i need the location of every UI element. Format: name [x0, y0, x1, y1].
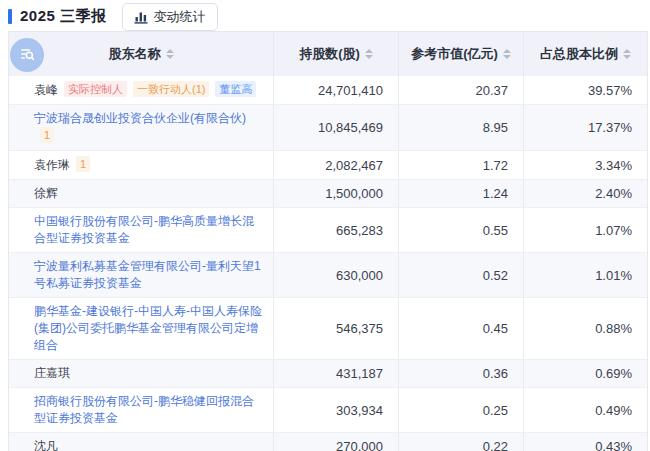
table-row: 招商银行股份有限公司-鹏华稳健回报混合型证券投资基金 303,934 0.25 …: [9, 387, 647, 432]
shareholder-name: 庄嘉琪: [34, 366, 70, 380]
shareholder-name-wrap: 庄嘉琪: [34, 365, 70, 382]
column-header-shares[interactable]: 持股数(股): [274, 32, 399, 76]
shareholder-name-cell: 袁作琳1: [9, 151, 274, 179]
sort-carets-icon: [623, 49, 631, 59]
shareholder-tags: 1: [70, 158, 90, 172]
shareholder-name-cell: 袁峰实际控制人一致行动人(1)董监高: [9, 76, 274, 104]
ratio-cell: 1.01%: [524, 253, 647, 297]
ratio-cell: 17.37%: [524, 105, 647, 150]
ratio-cell: 3.34%: [524, 151, 647, 179]
shares-cell: 270,000: [274, 433, 399, 451]
shareholder-name-cell: 宁波量利私募基金管理有限公司-量利天望1号私募证券投资基金: [9, 253, 274, 297]
shareholders-table: 股东名称 持股数(股) 参考市值(亿元) 占总股本比例 袁峰实际控制人一致行动人…: [8, 31, 648, 451]
ratio-cell: 0.43%: [524, 433, 647, 451]
shareholder-tag: 1: [76, 156, 90, 172]
shareholder-name-cell: 沈凡: [9, 433, 274, 451]
table-row: 沈凡 270,000 0.22 0.43%: [9, 432, 647, 451]
shares-cell: 431,187: [274, 360, 399, 387]
table-row: 徐辉 1,500,000 1.24 2.40%: [9, 179, 647, 207]
shareholder-name-wrap: 袁作琳1: [34, 156, 90, 174]
table-row: 庄嘉琪 431,187 0.36 0.69%: [9, 359, 647, 387]
shares-cell: 546,375: [274, 298, 399, 359]
shareholder-name-wrap: 沈凡: [34, 438, 58, 451]
shareholder-name: 袁作琳: [34, 158, 70, 172]
shareholder-name: 袁峰: [34, 83, 58, 97]
shareholder-name[interactable]: 宁波瑞合晟创业投资合伙企业(有限合伙): [34, 111, 246, 125]
sort-carets-icon: [166, 49, 174, 59]
table-row: 袁作琳1 2,082,467 1.72 3.34%: [9, 150, 647, 179]
title-accent-bar: [8, 9, 12, 24]
bar-chart-icon: [134, 10, 148, 24]
shareholder-name-wrap: 袁峰实际控制人一致行动人(1)董监高: [34, 81, 256, 99]
market-value-cell: 0.22: [399, 433, 524, 451]
shareholder-tag: 实际控制人: [64, 81, 127, 97]
shareholder-name-wrap: 鹏华基金-建设银行-中国人寿-中国人寿保险(集团)公司委托鹏华基金管理有限公司定…: [34, 303, 265, 354]
page-title: 2025 三季报: [20, 7, 107, 26]
table-row: 中国银行股份有限公司-鹏华高质量增长混合型证券投资基金 665,283 0.55…: [9, 207, 647, 252]
shareholder-name[interactable]: 鹏华基金-建设银行-中国人寿-中国人寿保险(集团)公司委托鹏华基金管理有限公司定…: [34, 304, 262, 352]
market-value-cell: 0.36: [399, 360, 524, 387]
market-value-cell: 0.55: [399, 208, 524, 252]
list-search-icon: [19, 46, 35, 65]
shareholder-name-cell: 庄嘉琪: [9, 360, 274, 387]
ratio-cell: 2.40%: [524, 180, 647, 207]
sort-carets-icon: [503, 49, 511, 59]
shares-cell: 10,845,469: [274, 105, 399, 150]
change-stats-label: 变动统计: [154, 8, 206, 26]
shares-cell: 630,000: [274, 253, 399, 297]
column-label: 占总股本比例: [540, 45, 618, 63]
shares-cell: 1,500,000: [274, 180, 399, 207]
column-header-shareholder-name[interactable]: 股东名称: [9, 32, 274, 76]
sort-carets-icon: [365, 49, 373, 59]
shareholder-tags: 1: [34, 129, 54, 143]
shareholder-name-wrap: 徐辉: [34, 185, 58, 202]
table-row: 宁波量利私募基金管理有限公司-量利天望1号私募证券投资基金 630,000 0.…: [9, 252, 647, 297]
column-header-market-value[interactable]: 参考市值(亿元): [399, 32, 524, 76]
market-value-cell: 20.37: [399, 76, 524, 104]
shares-cell: 303,934: [274, 388, 399, 432]
shareholder-name-cell: 中国银行股份有限公司-鹏华高质量增长混合型证券投资基金: [9, 208, 274, 252]
column-label: 持股数(股): [299, 45, 360, 63]
table-body: 袁峰实际控制人一致行动人(1)董监高 24,701,410 20.37 39.5…: [9, 76, 647, 451]
report-header: 2025 三季报 变动统计: [0, 0, 650, 31]
market-value-cell: 1.24: [399, 180, 524, 207]
shareholder-name: 沈凡: [34, 439, 58, 451]
column-header-ratio[interactable]: 占总股本比例: [524, 32, 647, 76]
shareholder-name[interactable]: 中国银行股份有限公司-鹏华高质量增长混合型证券投资基金: [34, 214, 254, 245]
shareholder-name-cell: 徐辉: [9, 180, 274, 207]
shares-cell: 665,283: [274, 208, 399, 252]
shareholder-name-cell: 招商银行股份有限公司-鹏华稳健回报混合型证券投资基金: [9, 388, 274, 432]
ratio-cell: 0.49%: [524, 388, 647, 432]
shareholder-name-cell: 宁波瑞合晟创业投资合伙企业(有限合伙)1: [9, 105, 274, 150]
shareholder-tag: 1: [40, 127, 54, 143]
shareholder-name-wrap: 中国银行股份有限公司-鹏华高质量增长混合型证券投资基金: [34, 213, 265, 247]
shareholder-name-wrap: 宁波瑞合晟创业投资合伙企业(有限合伙)1: [34, 110, 265, 145]
ratio-cell: 0.88%: [524, 298, 647, 359]
shareholder-name: 徐辉: [34, 186, 58, 200]
shareholder-name-cell: 鹏华基金-建设银行-中国人寿-中国人寿保险(集团)公司委托鹏华基金管理有限公司定…: [9, 298, 274, 359]
shareholder-tag: 一致行动人(1): [133, 81, 209, 97]
change-stats-button[interactable]: 变动统计: [122, 3, 218, 31]
ratio-cell: 0.69%: [524, 360, 647, 387]
table-header-row: 股东名称 持股数(股) 参考市值(亿元) 占总股本比例: [9, 32, 647, 76]
market-value-cell: 0.52: [399, 253, 524, 297]
shareholder-tag: 董监高: [215, 81, 256, 97]
table-row: 宁波瑞合晟创业投资合伙企业(有限合伙)1 10,845,469 8.95 17.…: [9, 104, 647, 150]
search-filter-button[interactable]: [10, 38, 44, 72]
shareholder-name-wrap: 宁波量利私募基金管理有限公司-量利天望1号私募证券投资基金: [34, 258, 265, 292]
ratio-cell: 39.57%: [524, 76, 647, 104]
shareholder-name[interactable]: 招商银行股份有限公司-鹏华稳健回报混合型证券投资基金: [34, 394, 254, 425]
shares-cell: 24,701,410: [274, 76, 399, 104]
shareholder-name-wrap: 招商银行股份有限公司-鹏华稳健回报混合型证券投资基金: [34, 393, 265, 427]
shareholder-tags: 实际控制人一致行动人(1)董监高: [58, 83, 256, 97]
column-label: 参考市值(亿元): [411, 45, 498, 63]
shareholder-name[interactable]: 宁波量利私募基金管理有限公司-量利天望1号私募证券投资基金: [34, 259, 261, 290]
table-row: 袁峰实际控制人一致行动人(1)董监高 24,701,410 20.37 39.5…: [9, 76, 647, 104]
market-value-cell: 0.25: [399, 388, 524, 432]
market-value-cell: 8.95: [399, 105, 524, 150]
ratio-cell: 1.07%: [524, 208, 647, 252]
market-value-cell: 0.45: [399, 298, 524, 359]
table-row: 鹏华基金-建设银行-中国人寿-中国人寿保险(集团)公司委托鹏华基金管理有限公司定…: [9, 297, 647, 359]
column-label: 股东名称: [109, 45, 161, 63]
shares-cell: 2,082,467: [274, 151, 399, 179]
